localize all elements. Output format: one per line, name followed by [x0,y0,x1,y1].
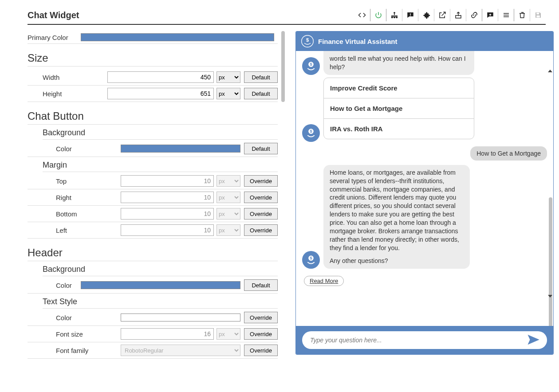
assistant-greeting: words tell me what you need help with. H… [323,51,474,75]
margin-top-unit[interactable]: px [217,175,240,187]
font-size-input[interactable] [121,328,214,340]
chat-header-title: Finance Virtual Assistant [318,38,397,45]
code-icon[interactable] [354,9,370,21]
assistant-followup: Any other questions? [330,257,464,265]
header-bg-default-button[interactable]: Default [244,279,278,291]
assistant-avatar-icon: $ [302,57,320,75]
height-label: Height [28,90,107,98]
puzzle-icon[interactable] [418,9,434,21]
sitemap-icon[interactable] [386,9,402,21]
header-bg-color-swatch[interactable] [81,281,240,289]
chat-button-bg-heading: Background [43,128,278,140]
chat-button-bg-default-button[interactable]: Default [244,143,278,154]
margin-left-unit[interactable]: px [217,224,240,236]
margin-bottom-unit[interactable]: px [217,208,240,220]
height-input[interactable] [107,88,214,99]
svg-rect-11 [536,16,540,18]
margin-bottom-label: Bottom [28,210,121,218]
svg-text:$: $ [310,255,312,260]
margin-left-override-button[interactable]: Override [244,224,278,236]
assistant-header-icon: $ [301,35,314,47]
font-family-override-button[interactable]: Override [244,345,278,356]
chat-input[interactable] [309,336,525,344]
assistant-avatar-icon: $ [302,124,320,142]
svg-text:$: $ [306,37,309,43]
add-comment-icon[interactable] [482,9,498,21]
width-input[interactable] [107,71,214,83]
text-style-heading: Text Style [43,297,278,309]
font-size-override-button[interactable]: Override [244,328,278,340]
save-icon[interactable] [530,9,546,21]
assistant-answer: Home loans, or mortgages, are available … [323,165,470,269]
settings-panel: Primary Color Size Width px Default Heig… [28,31,285,368]
chat-scroll-down-icon[interactable] [548,295,552,298]
header-bg-color-label: Color [28,282,81,289]
width-label: Width [28,74,107,81]
svg-text:$: $ [310,62,312,66]
chat-scrollbar-thumb[interactable] [549,197,552,326]
chat-preview: $ Finance Virtual Assistant $ words tell… [295,31,546,368]
font-family-label: Font family [28,347,121,354]
chat-input-bar [296,326,553,354]
height-unit[interactable]: px [217,88,240,99]
margin-top-label: Top [28,177,121,185]
chat-scroll-up-icon[interactable] [548,70,552,72]
margin-left-label: Left [28,227,121,234]
margin-bottom-input[interactable] [121,208,214,220]
assistant-answer-text: Home loans, or mortgages, are available … [330,169,464,252]
primary-color-label: Primary Color [28,34,81,41]
margin-bottom-override-button[interactable]: Override [244,208,278,220]
text-color-label: Color [28,314,121,321]
trash-icon[interactable] [514,9,530,21]
chat-button-bg-color-label: Color [28,145,121,153]
margin-top-override-button[interactable]: Override [244,175,278,187]
margin-right-label: Right [28,194,121,201]
font-family-select[interactable]: RobotoRegular [121,345,240,356]
margin-right-unit[interactable]: px [217,192,240,203]
svg-rect-10 [536,13,539,15]
font-size-label: Font size [28,330,121,338]
header-heading: Header [28,247,278,261]
margin-top-input[interactable] [121,175,214,187]
height-default-button[interactable]: Default [244,88,278,99]
text-color-swatch[interactable] [121,314,240,321]
toolbar [354,9,546,21]
width-default-button[interactable]: Default [244,71,278,83]
width-unit[interactable]: px [217,71,240,83]
size-heading: Size [28,52,278,67]
share-icon[interactable] [450,9,466,21]
header-bg-heading: Background [43,265,278,276]
primary-color-swatch[interactable] [81,33,274,41]
margin-right-input[interactable] [121,192,214,203]
user-message: How to Get a Mortgage [470,146,547,161]
font-size-unit[interactable]: px [217,328,240,340]
send-icon[interactable] [527,333,540,348]
margin-right-override-button[interactable]: Override [244,192,278,203]
svg-rect-5 [410,16,411,16]
quick-reply-option[interactable]: How to Get a Mortgage [324,98,474,118]
chat-button-bg-color-swatch[interactable] [121,145,240,153]
page-title: Chat Widget [28,10,79,20]
quick-reply-option[interactable]: Improve Credit Score [324,78,474,98]
assistant-avatar-icon: $ [302,251,320,269]
svg-point-0 [394,12,395,14]
chat-header: $ Finance Virtual Assistant [296,31,553,51]
svg-rect-4 [410,13,411,15]
margin-left-input[interactable] [121,224,214,236]
chat-button-heading: Chat Button [28,110,278,125]
scrollbar-thumb[interactable] [281,31,285,102]
menu-icon[interactable] [498,9,514,21]
margin-heading: Margin [43,161,278,172]
open-in-new-icon[interactable] [434,9,450,21]
power-icon[interactable] [370,9,386,21]
read-more-button[interactable]: Read More [304,276,344,286]
link-icon[interactable] [466,9,482,21]
text-color-override-button[interactable]: Override [244,312,278,323]
svg-text:$: $ [310,129,312,133]
comment-icon[interactable] [402,9,418,21]
